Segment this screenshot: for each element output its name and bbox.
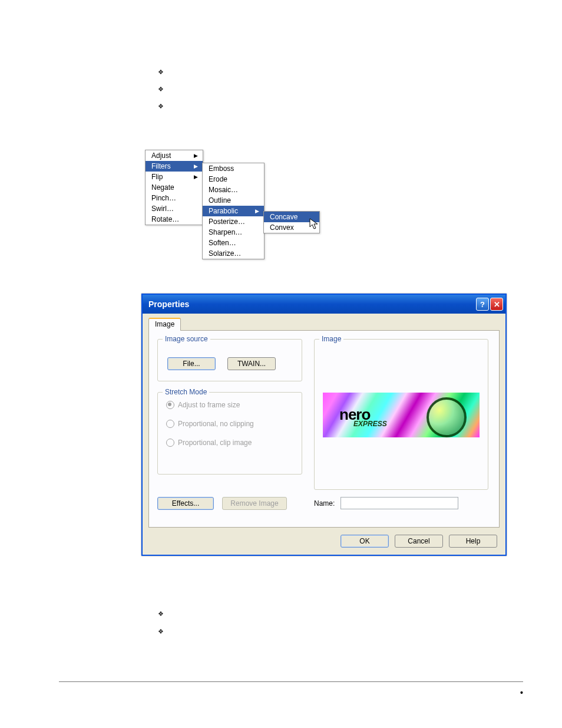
menu-item-negate[interactable]: Negate xyxy=(146,182,203,193)
help-icon: ? xyxy=(480,300,485,309)
tab-image[interactable]: Image xyxy=(148,318,181,331)
titlebar-close-button[interactable]: ✕ xyxy=(490,298,503,311)
group-legend: Image source xyxy=(163,335,210,343)
dialog-body: Image Image source File... TWAIN... Stre… xyxy=(143,314,505,555)
menu-item-label: Sharpen… xyxy=(209,228,242,236)
menu-item-convex[interactable]: Convex xyxy=(264,222,319,233)
menu-item-label: Solarize… xyxy=(209,249,241,258)
name-row: Name: xyxy=(314,497,458,509)
bullet-item: ❖ xyxy=(158,102,164,110)
name-input[interactable] xyxy=(340,497,458,509)
menu-item-concave[interactable]: Concave xyxy=(264,212,319,222)
radio-label: Proportional, no clipping xyxy=(178,420,254,428)
footer-dot-icon: • xyxy=(520,688,523,697)
titlebar-buttons: ? ✕ xyxy=(476,298,503,311)
menu-item-label: Posterize… xyxy=(209,218,245,226)
diamond-bullet-icon: ❖ xyxy=(158,68,164,75)
menu-item-sharpen[interactable]: Sharpen… xyxy=(203,227,264,238)
bullet-item: ❖ xyxy=(158,68,164,76)
group-stretch-mode: Stretch Mode Adjust to frame size Propor… xyxy=(157,392,302,475)
group-legend: Stretch Mode xyxy=(163,388,209,396)
button-label: File... xyxy=(183,360,200,368)
chevron-right-icon: ▶ xyxy=(194,163,198,169)
menu-item-solarize[interactable]: Solarize… xyxy=(203,248,264,259)
dialog-title: Properties xyxy=(148,299,189,309)
diamond-bullet-icon: ❖ xyxy=(158,85,164,93)
button-label: TWAIN... xyxy=(237,360,266,368)
menu-item-rotate[interactable]: Rotate… xyxy=(146,214,203,225)
tab-page-image: Image source File... TWAIN... Stretch Mo… xyxy=(148,330,500,528)
radio-label: Proportional, clip image xyxy=(178,439,252,447)
preview-brand-subtext: EXPRESS xyxy=(353,420,387,428)
bullet-item: ❖ xyxy=(158,610,164,618)
group-image-preview: Image nero EXPRESS xyxy=(314,339,488,490)
menu-item-label: Flip xyxy=(151,173,163,181)
menu-item-label: Erode xyxy=(209,175,227,183)
button-label: Remove Image xyxy=(230,499,278,508)
menu-item-label: Mosaic… xyxy=(209,186,238,194)
properties-dialog: Properties ? ✕ Image Image source File..… xyxy=(141,294,507,556)
button-label: OK xyxy=(359,537,369,545)
radio-icon xyxy=(166,439,174,447)
dialog-button-row: OK Cancel Help xyxy=(340,535,497,548)
twain-button[interactable]: TWAIN... xyxy=(227,357,276,370)
menu-item-label: Concave xyxy=(270,213,297,221)
menu-item-soften[interactable]: Soften… xyxy=(203,238,264,248)
context-menu-effects[interactable]: Adjust▶ Filters▶ Flip▶ Negate Pinch… Swi… xyxy=(145,150,203,225)
context-submenu-filters[interactable]: Emboss Erode Mosaic… Outline Parabolic▶ … xyxy=(202,163,265,259)
radio-proportional-noclip[interactable]: Proportional, no clipping xyxy=(166,420,302,428)
menu-item-erode[interactable]: Erode xyxy=(203,174,264,185)
group-legend: Image xyxy=(319,335,343,343)
cancel-button[interactable]: Cancel xyxy=(395,535,443,548)
radio-icon xyxy=(166,401,174,409)
radio-icon xyxy=(166,420,174,428)
remove-image-button[interactable]: Remove Image xyxy=(222,497,287,510)
bullet-item: ❖ xyxy=(158,85,164,93)
menu-item-swirl[interactable]: Swirl… xyxy=(146,203,203,214)
radio-proportional-clip[interactable]: Proportional, clip image xyxy=(166,439,302,447)
menu-item-label: Filters xyxy=(151,162,171,170)
help-button[interactable]: Help xyxy=(449,535,497,548)
diamond-bullet-icon: ❖ xyxy=(158,628,164,635)
chevron-right-icon: ▶ xyxy=(194,153,198,159)
menu-item-emboss[interactable]: Emboss xyxy=(203,163,264,174)
effects-button[interactable]: Effects... xyxy=(157,497,214,510)
menu-item-label: Convex xyxy=(270,223,294,232)
name-label: Name: xyxy=(314,499,335,508)
button-label: Help xyxy=(466,537,481,545)
footer-rule xyxy=(59,681,523,682)
menu-item-parabolic[interactable]: Parabolic▶ xyxy=(203,206,264,216)
image-preview: nero EXPRESS xyxy=(323,393,480,437)
menu-item-label: Swirl… xyxy=(151,205,174,213)
ok-button[interactable]: OK xyxy=(340,535,389,548)
menu-item-adjust[interactable]: Adjust▶ xyxy=(146,150,203,161)
chevron-right-icon: ▶ xyxy=(255,208,259,214)
menu-item-label: Adjust xyxy=(151,151,171,160)
chevron-right-icon: ▶ xyxy=(194,174,198,180)
context-submenu-parabolic[interactable]: Concave Convex xyxy=(263,211,320,233)
tab-strip: Image xyxy=(148,318,181,331)
disc-graphic-icon xyxy=(427,397,467,437)
close-icon: ✕ xyxy=(494,300,500,309)
dialog-titlebar[interactable]: Properties ? ✕ xyxy=(143,295,505,314)
bullet-item: ❖ xyxy=(158,627,164,635)
button-label: Cancel xyxy=(408,537,429,545)
radio-adjust-frame[interactable]: Adjust to frame size xyxy=(166,401,302,409)
tab-label: Image xyxy=(155,320,174,328)
menu-item-label: Soften… xyxy=(209,239,236,247)
menu-item-filters[interactable]: Filters▶ xyxy=(146,161,203,172)
menu-item-label: Pinch… xyxy=(151,194,176,202)
diamond-bullet-icon: ❖ xyxy=(158,103,164,110)
menu-item-flip[interactable]: Flip▶ xyxy=(146,172,203,182)
menu-item-outline[interactable]: Outline xyxy=(203,195,264,206)
radio-label: Adjust to frame size xyxy=(178,401,240,409)
menu-item-label: Outline xyxy=(209,196,231,205)
menu-item-label: Parabolic xyxy=(209,207,238,215)
file-button[interactable]: File... xyxy=(167,357,216,370)
menu-item-mosaic[interactable]: Mosaic… xyxy=(203,185,264,195)
menu-item-posterize[interactable]: Posterize… xyxy=(203,216,264,227)
diamond-bullet-icon: ❖ xyxy=(158,610,164,617)
titlebar-help-button[interactable]: ? xyxy=(476,298,489,311)
menu-item-pinch[interactable]: Pinch… xyxy=(146,193,203,203)
menu-item-label: Rotate… xyxy=(151,215,179,223)
